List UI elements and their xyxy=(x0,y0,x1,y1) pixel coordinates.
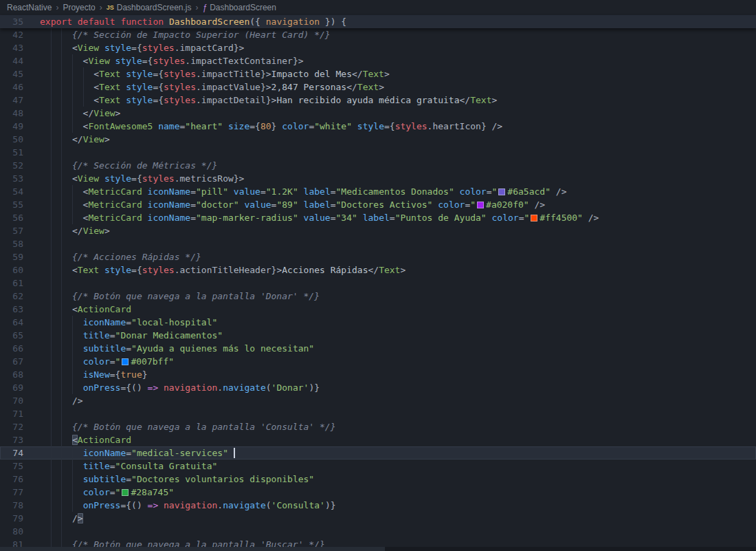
code-line[interactable]: 74 iconName="medical-services" xyxy=(0,446,756,460)
code-line[interactable]: 61 xyxy=(0,277,756,290)
line-number[interactable]: 44 xyxy=(0,54,23,67)
line-number[interactable]: 50 xyxy=(0,133,23,146)
code-line[interactable]: 80 xyxy=(0,525,756,538)
line-number[interactable]: 35 xyxy=(0,15,23,28)
line-number[interactable]: 73 xyxy=(0,433,23,446)
line-number[interactable]: 74 xyxy=(0,446,23,460)
code-line[interactable]: 35export default function DashboardScree… xyxy=(0,15,756,28)
color-swatch[interactable] xyxy=(122,489,129,496)
line-number[interactable]: 62 xyxy=(0,290,23,303)
line-number[interactable]: 60 xyxy=(0,263,23,277)
code-line[interactable]: 79 /> xyxy=(0,512,756,525)
line-number[interactable]: 45 xyxy=(0,67,23,80)
line-number[interactable]: 54 xyxy=(0,185,23,198)
color-swatch[interactable] xyxy=(477,202,484,208)
line-number[interactable]: 77 xyxy=(0,486,23,499)
code-line[interactable]: 43 <View style={styles.impactCard}> xyxy=(0,41,756,54)
code-line[interactable]: 57 </View> xyxy=(0,224,756,237)
code-line[interactable]: 69 onPress={() => navigation.navigate('D… xyxy=(0,381,756,394)
line-number[interactable]: 66 xyxy=(0,342,23,355)
line-number[interactable]: 68 xyxy=(0,368,23,381)
code-line[interactable]: 67 color="#007bff" xyxy=(0,355,756,368)
indent-guide xyxy=(72,499,73,512)
line-number[interactable]: 56 xyxy=(0,211,23,224)
code-token: {/* Botón que navega a la pantalla 'Cons… xyxy=(40,422,335,432)
code-line[interactable]: 52 {/* Sección de Métricas */} xyxy=(0,159,756,172)
line-number[interactable]: 46 xyxy=(0,80,23,94)
code-line[interactable]: 62 {/* Botón que navega a la pantalla 'D… xyxy=(0,290,756,303)
line-number[interactable]: 67 xyxy=(0,355,23,368)
line-number[interactable]: 71 xyxy=(0,407,23,420)
code-line[interactable]: 50 </View> xyxy=(0,133,756,146)
code-line[interactable]: 44 <View style={styles.impactTextContain… xyxy=(0,54,756,67)
code-line[interactable]: 63 <ActionCard xyxy=(0,303,756,316)
code-token: default xyxy=(78,17,115,27)
code-line[interactable]: 54 <MetricCard iconName="pill" value="1.… xyxy=(0,185,756,198)
line-number[interactable]: 42 xyxy=(0,28,23,41)
line-number[interactable]: 69 xyxy=(0,381,23,394)
color-swatch[interactable] xyxy=(122,358,129,365)
code-line[interactable]: 48 </View> xyxy=(0,107,756,120)
code-line[interactable]: 46 <Text style={styles.impactValue}>2,84… xyxy=(0,80,756,94)
code-line[interactable]: 49 <FontAwesome5 name="heart" size={80} … xyxy=(0,120,756,133)
line-number[interactable]: 55 xyxy=(0,198,23,211)
line-number[interactable]: 61 xyxy=(0,277,23,290)
code-line[interactable]: 53 <View style={styles.metricsRow}> xyxy=(0,172,756,185)
code-line[interactable]: 78 onPress={() => navigation.navigate('C… xyxy=(0,499,756,512)
code-line[interactable]: 60 <Text style={styles.actionTitleHeader… xyxy=(0,263,756,277)
line-number[interactable]: 49 xyxy=(0,120,23,133)
line-number[interactable]: 75 xyxy=(0,460,23,473)
line-number[interactable]: 58 xyxy=(0,237,23,250)
code-token xyxy=(40,435,72,445)
line-number[interactable]: 80 xyxy=(0,525,23,538)
line-number[interactable]: 76 xyxy=(0,473,23,486)
breadcrumb-item-symbol[interactable]: ƒ DashboardScreen xyxy=(202,3,276,12)
indent-guide xyxy=(51,120,52,133)
line-number[interactable]: 57 xyxy=(0,224,23,237)
code-line[interactable]: 64 iconName="local-hospital" xyxy=(0,316,756,329)
sticky-scroll-line[interactable]: 35export default function DashboardScree… xyxy=(0,15,756,28)
line-number[interactable]: 51 xyxy=(0,146,23,159)
line-number[interactable]: 47 xyxy=(0,94,23,107)
breadcrumb-item-folder[interactable]: Proyecto xyxy=(63,3,95,12)
code-line[interactable]: 73 <ActionCard xyxy=(0,433,756,446)
breadcrumb-item-file[interactable]: JS DashboardScreen.js xyxy=(107,3,192,12)
code-line[interactable]: 70 /> xyxy=(0,394,756,407)
line-number[interactable]: 64 xyxy=(0,316,23,329)
code-token: 2,847 Personas xyxy=(271,82,347,92)
code-line[interactable]: 51 xyxy=(0,146,756,159)
code-line[interactable]: 42 {/* Sección de Impacto Superior (Hear… xyxy=(0,28,756,41)
code-line[interactable]: 75 title="Consulta Gratuita" xyxy=(0,460,756,473)
line-number[interactable]: 65 xyxy=(0,329,23,342)
code-token: < xyxy=(40,82,99,92)
code-line[interactable]: 76 subtitle="Doctores voluntarios dispon… xyxy=(0,473,756,486)
code-line[interactable]: 66 subtitle="Ayuda a quienes más lo nece… xyxy=(0,342,756,355)
line-number[interactable]: 43 xyxy=(0,41,23,54)
color-swatch[interactable] xyxy=(531,215,537,222)
code-line[interactable]: 45 <Text style={styles.impactTitle}>Impa… xyxy=(0,67,756,80)
color-swatch[interactable] xyxy=(498,188,505,195)
line-number[interactable]: 53 xyxy=(0,172,23,185)
line-number[interactable]: 70 xyxy=(0,394,23,407)
code-line[interactable]: 72 {/* Botón que navega a la pantalla 'C… xyxy=(0,420,756,433)
line-number[interactable]: 79 xyxy=(0,512,23,525)
code-line[interactable]: 65 title="Donar Medicamentos" xyxy=(0,329,756,342)
line-number[interactable]: 78 xyxy=(0,499,23,512)
line-number[interactable]: 63 xyxy=(0,303,23,316)
line-number[interactable]: 59 xyxy=(0,250,23,263)
code-token: styles xyxy=(164,82,196,92)
breadcrumb-item-root-folder[interactable]: ReactNative xyxy=(7,3,52,12)
code-line[interactable]: 71 xyxy=(0,407,756,420)
code-line[interactable]: 59 {/* Acciones Rápidas */} xyxy=(0,250,756,263)
code-line[interactable]: 58 xyxy=(0,237,756,250)
horizontal-scrollbar-thumb[interactable] xyxy=(0,547,385,551)
code-line[interactable]: 56 <MetricCard iconName="map-marker-radi… xyxy=(0,211,756,224)
line-number[interactable]: 72 xyxy=(0,420,23,433)
horizontal-scrollbar[interactable] xyxy=(0,547,756,551)
line-number[interactable]: 48 xyxy=(0,107,23,120)
code-line[interactable]: 77 color="#28a745" xyxy=(0,486,756,499)
code-line[interactable]: 55 <MetricCard iconName="doctor" value="… xyxy=(0,198,756,211)
code-line[interactable]: 47 <Text style={styles.impactDetail}>Han… xyxy=(0,94,756,107)
code-line[interactable]: 68 isNew={true} xyxy=(0,368,756,381)
line-number[interactable]: 52 xyxy=(0,159,23,172)
